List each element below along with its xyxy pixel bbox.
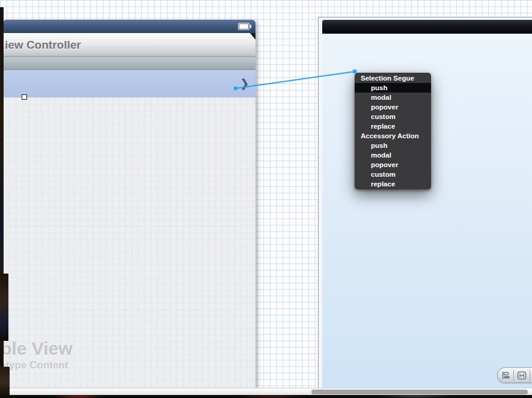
menu-item-selection-modal[interactable]: modal <box>355 93 431 102</box>
desktop-wallpaper-sliver <box>0 367 10 398</box>
menu-item-selection-custom[interactable]: custom <box>355 112 431 121</box>
table-view-controller-scene[interactable]: iew Controller ❯ ble View otype Content <box>3 20 255 388</box>
menu-item-accessory-custom[interactable]: custom <box>355 170 431 179</box>
menu-item-accessory-modal[interactable]: modal <box>355 150 431 160</box>
table-view-background[interactable]: ble View otype Content <box>3 97 255 388</box>
storyboard-editor: iew Controller ❯ ble View otype Content <box>0 0 532 398</box>
menu-item-selection-push[interactable]: push <box>355 83 431 93</box>
table-view-placeholder-title: ble View <box>3 338 73 359</box>
size-inspector-button[interactable] <box>514 368 530 382</box>
desktop-edge <box>0 395 532 398</box>
status-bar <box>3 20 255 33</box>
menu-item-selection-popover[interactable]: popover <box>355 102 431 112</box>
navigation-bar[interactable]: iew Controller <box>3 33 255 57</box>
table-section-header <box>3 57 255 70</box>
battery-icon <box>238 23 251 30</box>
prototype-content-placeholder: otype Content <box>3 360 68 372</box>
menu-item-accessory-popover[interactable]: popover <box>355 160 431 170</box>
menu-section-header: Selection Segue <box>355 73 431 83</box>
align-objects-button[interactable] <box>498 368 513 382</box>
segue-type-menu: Selection Segue push modal popover custo… <box>355 73 431 189</box>
selected-table-cell[interactable]: ❯ <box>3 70 255 97</box>
menu-section-header: Accessory Action <box>355 131 431 141</box>
align-left-icon <box>501 371 510 380</box>
desktop-wallpaper-sliver <box>0 274 8 341</box>
horizontal-scrollbar[interactable] <box>0 388 532 395</box>
menu-item-accessory-push[interactable]: push <box>355 141 431 150</box>
canvas-display-controls <box>497 367 532 383</box>
divider <box>530 370 530 381</box>
boxed-h-icon <box>517 371 527 380</box>
menu-item-selection-replace[interactable]: replace <box>355 121 431 131</box>
cell-resize-handle[interactable] <box>22 94 27 100</box>
menu-item-accessory-replace[interactable]: replace <box>355 179 431 189</box>
disclosure-chevron-icon: ❯ <box>240 77 249 90</box>
nav-bar-title: iew Controller <box>5 38 81 52</box>
corner-fold-decoration <box>250 33 255 40</box>
horizontal-scrollbar-thumb[interactable] <box>311 390 528 394</box>
destination-status-bar <box>322 20 532 34</box>
